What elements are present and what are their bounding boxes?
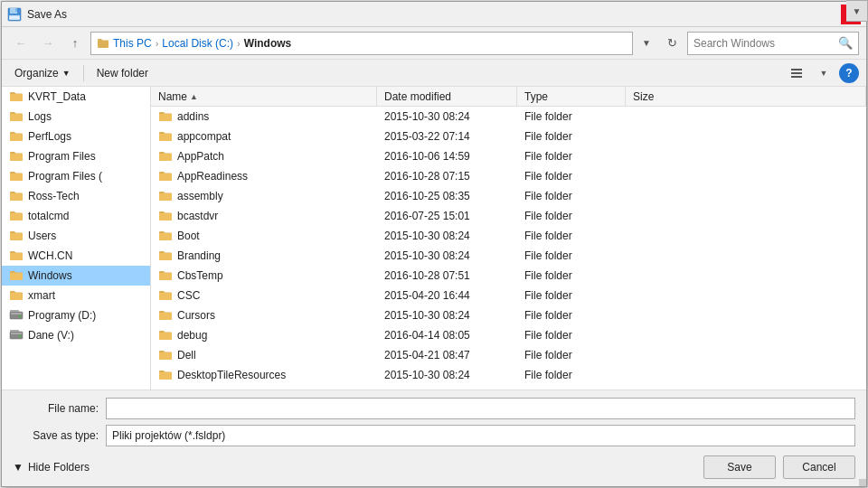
folder-icon <box>158 229 173 244</box>
file-col-name: CbsTemp <box>151 268 377 284</box>
cancel-button[interactable]: Cancel <box>783 455 855 479</box>
left-panel-item[interactable]: Logs <box>2 107 150 127</box>
file-col-name: appcompat <box>151 129 377 145</box>
col-header-date[interactable]: Date modified <box>377 87 517 106</box>
breadcrumb-this-pc[interactable]: This PC <box>113 37 152 50</box>
table-row[interactable]: Cursors 2015-10-30 08:24 File folder <box>151 305 866 325</box>
left-panel-item-name: Dane (V:) <box>28 329 74 342</box>
filename-input[interactable] <box>106 398 855 419</box>
col-header-type[interactable]: Type <box>517 87 626 106</box>
col-header-name[interactable]: Name ▲ <box>151 87 377 106</box>
file-name: AppReadiness <box>177 170 248 183</box>
view-button[interactable] <box>785 63 808 83</box>
table-row[interactable]: DesktopTileResources 2015-10-30 08:24 Fi… <box>151 365 866 385</box>
up-button[interactable]: ↑ <box>63 32 87 55</box>
col-header-size[interactable]: Size <box>626 87 866 106</box>
table-row[interactable]: addins 2015-10-30 08:24 File folder <box>151 107 866 127</box>
toolbar-separator <box>83 65 84 81</box>
save-button[interactable]: Save <box>703 455 776 479</box>
back-button[interactable]: ← <box>9 32 33 55</box>
refresh-button[interactable]: ↻ <box>660 32 684 55</box>
search-box: 🔍 <box>687 32 859 55</box>
forward-button[interactable]: → <box>36 32 60 55</box>
table-row[interactable]: bcastdvr 2016-07-25 15:01 File folder <box>151 206 866 226</box>
folder-icon <box>9 189 24 204</box>
left-panel-item[interactable]: WCH.CN <box>2 246 150 266</box>
left-panel-item[interactable]: Dane (V:) <box>2 325 150 345</box>
file-col-name: assembly <box>151 189 377 204</box>
left-panel-item-name: KVRT_Data <box>28 90 86 103</box>
table-row[interactable]: CSC 2015-04-20 16:44 File folder <box>151 286 866 305</box>
toolbar-right: ▼ ? <box>785 63 859 83</box>
folder-icon <box>158 209 173 224</box>
left-panel-item-name: WCH.CN <box>28 249 72 262</box>
left-panel-item[interactable]: Program Files ( <box>2 166 150 186</box>
organize-button[interactable]: Organize ▼ <box>9 65 76 81</box>
toolbar: Organize ▼ New folder ▼ ? <box>2 60 866 87</box>
table-row[interactable]: CbsTemp 2016-10-28 07:51 File folder <box>151 266 866 286</box>
left-panel-item-name: Logs <box>28 110 52 123</box>
folder-icon <box>158 288 173 304</box>
file-col-type: File folder <box>517 249 626 262</box>
file-name: Branding <box>177 249 221 262</box>
svg-rect-14 <box>10 330 19 332</box>
folder-icon <box>9 109 24 125</box>
left-panel-item[interactable]: Windows <box>2 266 150 286</box>
drive-icon <box>9 308 24 324</box>
resize-handle[interactable] <box>859 479 866 486</box>
title-bar-left: Save As <box>7 7 67 22</box>
left-panel-item[interactable]: KVRT_Data <box>2 87 150 107</box>
bottom-section: File name: ▼ Save as type: ▼ ▼ Hide Fold… <box>2 389 866 486</box>
column-headers: Name ▲ Date modified Type Size <box>151 87 866 107</box>
table-row[interactable]: Boot 2015-10-30 08:24 File folder <box>151 226 866 246</box>
organize-label: Organize <box>14 67 59 80</box>
left-panel-item[interactable]: PerfLogs <box>2 127 150 146</box>
file-name: AppPatch <box>177 150 224 163</box>
left-panel-item[interactable]: Program Files <box>2 146 150 166</box>
file-name: Dell <box>177 349 196 361</box>
file-col-name: Cursors <box>151 308 377 324</box>
file-name: assembly <box>177 190 223 202</box>
file-col-date: 2015-04-21 08:47 <box>377 349 517 361</box>
new-folder-button[interactable]: New folder <box>91 65 154 81</box>
search-icon: 🔍 <box>838 36 853 50</box>
left-panel-item-name: Program Files <box>28 150 96 163</box>
file-col-name: CSC <box>151 288 377 304</box>
table-row[interactable]: AppReadiness 2016-10-28 07:15 File folde… <box>151 166 866 186</box>
view-dropdown-button[interactable]: ▼ <box>812 63 835 83</box>
save-as-dialog: Save As ✕ ← → ↑ This PC › Local Disk (C:… <box>1 1 867 487</box>
left-panel-item[interactable]: xmart <box>2 286 150 305</box>
file-col-type: File folder <box>517 210 626 222</box>
file-name: CbsTemp <box>177 269 223 282</box>
left-panel-item[interactable]: Ross-Tech <box>2 186 150 206</box>
help-button[interactable]: ? <box>839 63 859 83</box>
file-name: appcompat <box>177 130 231 143</box>
folder-icon <box>158 268 173 284</box>
table-row[interactable]: debug 2016-04-14 08:05 File folder <box>151 325 866 345</box>
svg-rect-2 <box>15 8 17 12</box>
file-col-date: 2015-10-30 08:24 <box>377 110 517 123</box>
breadcrumb-local-disk[interactable]: Local Disk (C:) <box>162 37 233 50</box>
left-panel-item[interactable]: Users <box>2 226 150 246</box>
table-row[interactable]: appcompat 2015-03-22 07:14 File folder <box>151 127 866 146</box>
left-panel-item[interactable]: Programy (D:) <box>2 305 150 325</box>
file-col-type: File folder <box>517 170 626 183</box>
file-col-type: File folder <box>517 369 626 381</box>
table-row[interactable]: AppPatch 2016-10-06 14:59 File folder <box>151 146 866 166</box>
table-row[interactable]: Dell 2015-04-21 08:47 File folder <box>151 345 866 365</box>
folder-icon <box>158 149 173 164</box>
file-name: Boot <box>177 230 200 242</box>
savetype-dropdown-arrow[interactable]: ▼ <box>846 0 868 22</box>
folder-icon <box>9 169 24 184</box>
file-col-type: File folder <box>517 150 626 163</box>
table-row[interactable]: Branding 2015-10-30 08:24 File folder <box>151 246 866 266</box>
hide-folders-button[interactable]: ▼ Hide Folders <box>13 461 90 474</box>
table-row[interactable]: assembly 2016-10-25 08:35 File folder <box>151 186 866 206</box>
breadcrumb-dropdown-button[interactable]: ▼ <box>637 32 656 55</box>
svg-rect-4 <box>791 69 802 70</box>
left-panel-item[interactable]: totalcmd <box>2 206 150 226</box>
file-col-name: Dell <box>151 348 377 363</box>
search-input[interactable] <box>693 37 838 50</box>
col-type-label: Type <box>524 90 548 103</box>
file-col-date: 2015-10-30 08:24 <box>377 369 517 381</box>
